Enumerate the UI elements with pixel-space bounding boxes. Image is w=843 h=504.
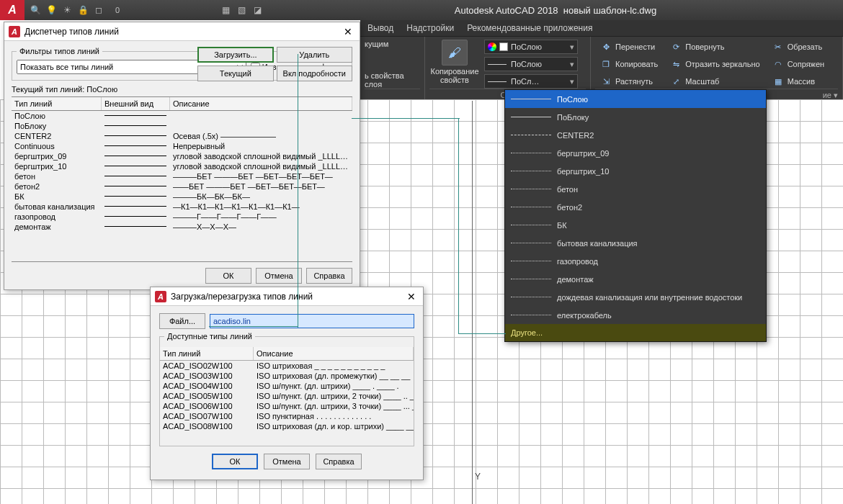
- table-row[interactable]: ACAD_ISO02W100ISO штриховая _ _ _ _ _ _ …: [160, 361, 414, 371]
- linetype-option[interactable]: ПоСлою: [505, 90, 766, 108]
- copy-icon: ❐: [601, 59, 611, 69]
- menu-addins[interactable]: Надстройки: [406, 23, 454, 33]
- close-icon[interactable]: ✕: [341, 26, 355, 37]
- match-properties-button[interactable]: 🖌 Копирование свойств: [429, 40, 480, 84]
- cancel-button[interactable]: Отмена: [256, 268, 302, 284]
- mirror-icon: ⇋: [671, 59, 681, 69]
- load-button[interactable]: Загрузить...: [197, 47, 273, 63]
- cancel-button[interactable]: Отмена: [264, 454, 310, 469]
- filters-label: Фильтры типов линий: [17, 47, 102, 55]
- table-row[interactable]: бетон———БЕТ ———БЕТ —БЕТ—БЕТ—БЕТ—: [12, 171, 352, 181]
- ribbon-layer-btn1[interactable]: кущим: [365, 40, 388, 48]
- cmd-mirror[interactable]: ⇋Отразить зеркально: [668, 57, 762, 71]
- qat-layer-swatch[interactable]: ◻: [92, 4, 105, 17]
- current-button[interactable]: Текущий: [197, 66, 273, 81]
- table-row[interactable]: ACAD_ISO04W100ISO ш/пункт. (дл. штрихи) …: [160, 381, 414, 391]
- linetype-other[interactable]: Другое...: [505, 324, 766, 341]
- dialog-title: Диспетчер типов линий: [24, 27, 336, 37]
- table-row[interactable]: CENTER2Осевая (.5x) ———————: [12, 131, 352, 141]
- table-row[interactable]: демонтаж———Х—Х—Х—: [12, 222, 352, 232]
- file-button[interactable]: Файл...: [159, 313, 205, 329]
- cmd-scale[interactable]: ⤢Масштаб: [668, 74, 762, 89]
- ok-button[interactable]: ОК: [212, 454, 258, 469]
- window-title: Autodesk AutoCAD 2018 новый шаблон-lc.dw…: [268, 5, 843, 16]
- qat-icon-a[interactable]: ▦: [219, 4, 232, 17]
- table-row[interactable]: ACAD_ISO06W100ISO ш/пункт. (дл. штрихи, …: [160, 401, 414, 411]
- available-header: Тип линийОписание: [160, 347, 414, 361]
- linetype-table-header: Тип линийВнешний видОписание: [12, 96, 352, 111]
- qat-icon-b[interactable]: ▧: [235, 4, 248, 17]
- quick-access-toolbar: 🔍 💡 ☀ 🔒 ◻ 0: [24, 4, 128, 17]
- cmd-trim[interactable]: ✂Обрезать: [770, 40, 828, 54]
- cmd-stretch[interactable]: ⇲Растянуть: [598, 74, 661, 89]
- table-row[interactable]: ACAD_ISO07W100ISO пунктирная . . . . . .…: [160, 411, 414, 421]
- app-logo-icon[interactable]: A: [0, 0, 24, 20]
- table-row[interactable]: ACAD_ISO03W100ISO штриховая (дл. промежу…: [160, 371, 414, 381]
- table-row[interactable]: ACAD_ISO05W100ISO ш/пункт. (дл. штрихи, …: [160, 391, 414, 401]
- table-row[interactable]: ACAD_ISO08W100ISO штриховая (дл. и кор. …: [160, 421, 414, 431]
- qat-search-icon[interactable]: 🔍: [29, 4, 42, 17]
- table-row[interactable]: газопровод———Г——Г——Г——Г——: [12, 212, 352, 222]
- linetype-option[interactable]: бергштрих_09: [505, 144, 766, 162]
- annotation-line: [458, 118, 459, 334]
- linetype-option[interactable]: електрокабель: [505, 306, 766, 324]
- cmd-copy[interactable]: ❐Копировать: [598, 57, 661, 71]
- qat-icon-c[interactable]: ◪: [251, 4, 264, 17]
- menu-apps[interactable]: Рекомендованные приложения: [467, 23, 592, 33]
- linetype-option[interactable]: бытовая канализация: [505, 234, 766, 252]
- table-row[interactable]: бергштрих_10угловой заводской сплошной в…: [12, 161, 352, 171]
- cmd-rotate[interactable]: ⟳Повернуть: [668, 40, 762, 54]
- menu-output[interactable]: Вывод: [367, 23, 393, 33]
- table-row[interactable]: ПоБлоку: [12, 121, 352, 131]
- title-bar: A 🔍 💡 ☀ 🔒 ◻ 0 ▦ ▧ ◪ Autodesk AutoCAD 201…: [0, 0, 843, 20]
- linetype-option[interactable]: газопровод: [505, 252, 766, 270]
- close-icon[interactable]: ✕: [404, 291, 419, 302]
- table-row[interactable]: бетон2——БЕТ ———БЕТ —БЕТ—БЕТ—БЕТ—: [12, 181, 352, 192]
- qat-layer-name[interactable]: 0: [111, 4, 124, 17]
- scale-icon: ⤢: [671, 76, 681, 86]
- qat-sun-icon[interactable]: ☀: [61, 4, 73, 17]
- help-button[interactable]: Справка: [316, 454, 362, 469]
- table-row[interactable]: БК———БК—БК—БК—: [12, 192, 352, 202]
- rotate-icon: ⟳: [671, 42, 681, 52]
- linetype-list[interactable]: ПоСлоюПоБлокуCENTER2Осевая (.5x) ———————…: [12, 111, 352, 262]
- linetype-option[interactable]: ПоБлоку: [505, 108, 766, 126]
- qat-lock-icon[interactable]: 🔒: [76, 4, 89, 17]
- qat-bulb-icon[interactable]: 💡: [45, 4, 58, 17]
- current-linetype-label: Текущий тип линий: ПоСлою: [12, 85, 352, 94]
- details-button[interactable]: Вкл подробности: [277, 66, 352, 81]
- linetype-option[interactable]: дождевая канализация или внутренние водо…: [505, 288, 766, 306]
- ribbon-layer-btn2[interactable]: ь свойства слоя: [365, 71, 420, 89]
- table-row[interactable]: бергштрих_09угловой заводской сплошной в…: [12, 151, 352, 161]
- linetype-option[interactable]: БК: [505, 216, 766, 234]
- annotation-line: [352, 118, 460, 119]
- table-row[interactable]: ContinuousНепрерывный: [12, 141, 352, 151]
- linetype-option[interactable]: бергштрих_10: [505, 162, 766, 180]
- annotation-line: [209, 326, 298, 327]
- load-linetypes-dialog: A Загрузка/перезагрузка типов линий ✕ Фа…: [150, 287, 424, 480]
- move-icon: ✥: [601, 42, 611, 52]
- app-icon: A: [155, 291, 166, 302]
- linetype-dropdown-list[interactable]: ПоСлоюПоБлокуCENTER2бергштрих_09бергштри…: [504, 89, 767, 342]
- linetype-dropdown[interactable]: ПоСлою▾: [484, 57, 578, 71]
- linetype-option[interactable]: бетон: [505, 180, 766, 198]
- delete-button[interactable]: Удалить: [277, 47, 352, 63]
- annotation-line: [298, 54, 298, 328]
- menu-bar: Вывод Надстройки Рекомендованные приложе…: [360, 20, 843, 36]
- cmd-move[interactable]: ✥Перенести: [598, 40, 661, 54]
- cmd-array[interactable]: ▦Массив: [770, 74, 828, 89]
- help-button[interactable]: Справка: [306, 268, 352, 284]
- table-row[interactable]: бытовая канализация—К1—К1—К1—К1—К1—К1—К1…: [12, 202, 352, 212]
- table-row[interactable]: ПоСлою: [12, 111, 352, 121]
- available-list[interactable]: ACAD_ISO02W100ISO штриховая _ _ _ _ _ _ …: [160, 361, 414, 446]
- lineweight-dropdown[interactable]: ПоСл…▾: [484, 74, 578, 89]
- match-properties-icon: 🖌: [442, 40, 468, 66]
- cmd-fillet[interactable]: ◠Сопряжен: [770, 57, 828, 71]
- linetype-option[interactable]: бетон2: [505, 198, 766, 216]
- linetype-manager-dialog: A Диспетчер типов линий ✕ Фильтры типов …: [4, 22, 360, 290]
- linetype-option[interactable]: демонтаж: [505, 270, 766, 288]
- dialog-title: Загрузка/перезагрузка типов линий: [171, 292, 400, 302]
- ok-button[interactable]: ОК: [205, 268, 251, 284]
- linetype-option[interactable]: CENTER2: [505, 126, 766, 144]
- color-dropdown[interactable]: ПоСлою▾: [484, 40, 578, 54]
